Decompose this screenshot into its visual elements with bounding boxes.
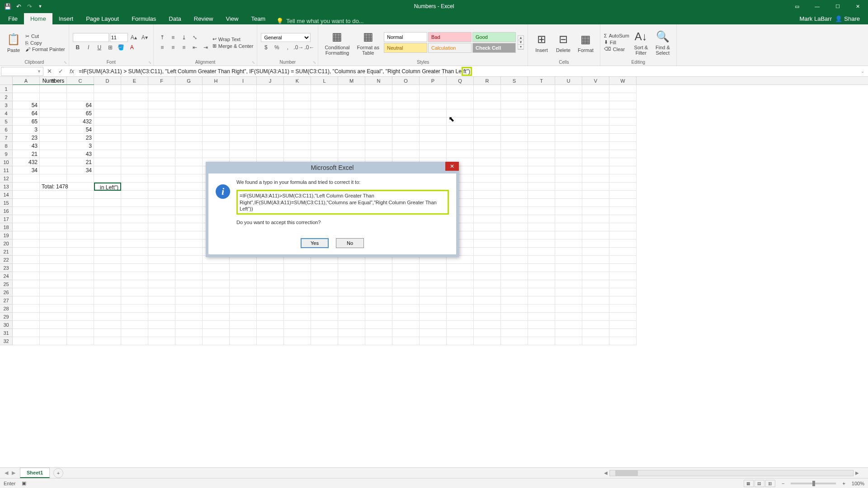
dialog-close-button[interactable]: ✕ — [445, 162, 459, 171]
modal-overlay: Microsoft Excel ✕ i We found a typo in y… — [0, 0, 868, 488]
no-button[interactable]: No — [336, 238, 364, 248]
yes-button[interactable]: Yes — [301, 238, 329, 248]
info-icon: i — [216, 184, 230, 199]
dialog-message-1: We found a typo in your formula and trie… — [236, 179, 449, 185]
dialog-corrected-formula: =IF(SUM(A3:A11)>SUM(C3:C11),"Left Column… — [236, 190, 449, 215]
mouse-cursor: ⬉ — [448, 115, 454, 123]
dialog-titlebar: Microsoft Excel ✕ — [206, 162, 459, 174]
dialog-message-2: Do you want to accept this correction? — [236, 219, 449, 225]
dialog-title: Microsoft Excel — [311, 164, 354, 171]
typo-correction-dialog: Microsoft Excel ✕ i We found a typo in y… — [206, 162, 459, 257]
